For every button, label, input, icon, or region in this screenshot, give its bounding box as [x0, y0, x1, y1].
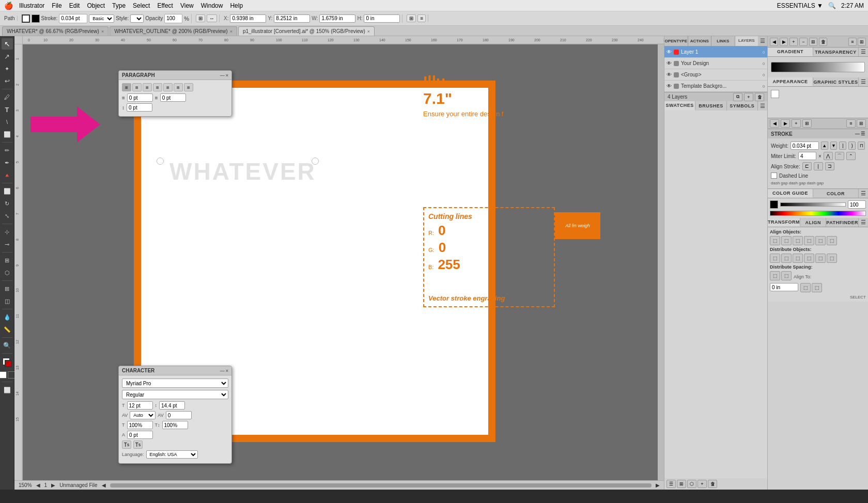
tab-1-close[interactable]: × — [230, 29, 233, 34]
align-outside-btn[interactable]: ⊐ — [825, 162, 834, 170]
dist-bottom-btn[interactable]: ⬚ — [793, 254, 803, 263]
scale-h-input[interactable] — [127, 421, 153, 429]
char-close[interactable]: × — [226, 368, 228, 373]
layer-item-2[interactable]: 👁 <Group> ○ — [664, 69, 767, 81]
tab-1[interactable]: WHATEVER_OUTLINE* @ 200% (RGB/Preview) × — [110, 26, 237, 36]
font-family-select[interactable]: Myriad Pro — [122, 379, 228, 388]
tab-2-close[interactable]: × — [367, 29, 370, 34]
new-layer-btn[interactable]: + — [744, 93, 753, 101]
superscript-btn[interactable]: Ts — [122, 441, 131, 449]
gradient-tab[interactable]: GRADIENT — [768, 48, 813, 56]
pathfinder-tab[interactable]: PATHFINDER — [826, 218, 859, 227]
layer-2-eye[interactable]: 👁 — [667, 72, 672, 77]
align-justify-btn[interactable]: ≡ — [153, 83, 162, 91]
opentype-tab[interactable]: OPENTYPE — [664, 36, 688, 46]
appearance-swatch[interactable] — [771, 90, 779, 98]
stroke-weight-up[interactable]: ▲ — [821, 142, 828, 150]
align-right-btn[interactable]: ≡ — [143, 83, 152, 91]
show-swatch-kinds-btn[interactable]: ⊞ — [677, 480, 686, 488]
stroke-menu-btn[interactable]: ☰ — [861, 131, 865, 136]
align-to-artboard-btn[interactable]: ⬚ — [812, 283, 822, 292]
menu-illustrator[interactable]: Illustrator — [19, 2, 44, 9]
new-swatch-btn[interactable]: + — [698, 480, 707, 488]
align-spacing-input[interactable] — [770, 283, 798, 291]
layer-item-0[interactable]: 👁 Layer 1 ○ — [664, 46, 767, 58]
nav-btn-left[interactable]: ◀ — [36, 482, 40, 488]
essentials-btn[interactable]: ESSENTIALS ▼ — [777, 2, 823, 9]
fr-btn3[interactable]: + — [789, 38, 798, 46]
scroll-right-btn[interactable]: ▶ — [656, 482, 660, 488]
app-right-btn2[interactable]: ⊞ — [857, 119, 866, 128]
pen-tool[interactable]: 🖊 — [2, 91, 13, 103]
h-scroll-thumb[interactable] — [110, 483, 652, 488]
align-to-selection-btn[interactable]: ⬚ — [800, 283, 811, 292]
stroke-color-swatch[interactable] — [22, 14, 30, 23]
search-icon[interactable]: 🔍 — [828, 2, 836, 9]
canvas-content[interactable]: WHATEVER Illu 7.1" Ensure your entire de… — [23, 44, 664, 490]
fill-color-swatch[interactable] — [32, 14, 40, 23]
stroke-value-input[interactable] — [59, 14, 87, 23]
align-h-center-btn[interactable]: ⬚ — [781, 236, 792, 245]
stroke-box[interactable] — [5, 360, 12, 367]
join-miter-btn[interactable]: ⋀ — [824, 152, 833, 160]
layer-0-eye[interactable]: 👁 — [667, 49, 672, 55]
eyedropper-tool[interactable]: 💧 — [2, 311, 13, 323]
y-input[interactable] — [274, 14, 310, 23]
tab-0[interactable]: WHATEVER* @ 66.67% (RGB/Preview) × — [2, 26, 109, 36]
menu-help[interactable]: Help — [230, 2, 243, 9]
transparency-tab[interactable]: TRANSPARENCY — [813, 48, 859, 56]
layer-item-1[interactable]: 👁 Your Design ○ — [664, 58, 767, 69]
paintbrush-tool[interactable]: ✏ — [2, 145, 13, 156]
transform-btn2[interactable]: ↔ — [207, 14, 217, 22]
font-style-select[interactable]: Regular — [122, 390, 228, 399]
tab-2[interactable]: p1_illustrator [Converted].ai* @ 150% (R… — [238, 26, 375, 36]
shape-builder-tool[interactable]: ⊞ — [2, 255, 13, 266]
char-minimize[interactable]: — — [220, 368, 225, 373]
stroke-minimize-btn[interactable]: — — [855, 131, 860, 136]
subscript-btn[interactable]: Ts — [133, 441, 143, 449]
dist-h-center-btn[interactable]: ⬚ — [815, 254, 826, 263]
dist-right-btn[interactable]: ⬚ — [827, 254, 837, 263]
apple-menu[interactable]: 🍎 — [4, 2, 13, 10]
app-btn3[interactable]: + — [792, 119, 801, 128]
tab-0-close[interactable]: × — [101, 29, 104, 34]
dist-v-center-btn[interactable]: ⬚ — [781, 254, 792, 263]
align-v-center-btn[interactable]: ⬚ — [815, 236, 826, 245]
align-inside-btn[interactable]: ⊏ — [802, 162, 812, 170]
swatch-libraries-btn[interactable]: ☰ — [667, 480, 676, 488]
layer-3-eye[interactable]: 👁 — [667, 83, 672, 89]
scale-v-input[interactable] — [162, 421, 188, 429]
blob-brush-tool[interactable]: 🔺 — [2, 169, 13, 181]
stroke-weight-down[interactable]: ▼ — [830, 142, 838, 150]
fill-stroke-widget[interactable] — [2, 357, 13, 368]
graphic-styles-tab[interactable]: GRAPHIC STYLES — [813, 77, 859, 86]
appearance-tab[interactable]: APPEARANCE — [768, 77, 813, 86]
mesh-tool[interactable]: ⊞ — [2, 283, 13, 294]
align-justify-all-btn[interactable]: ≡ — [184, 83, 193, 91]
join-round-btn[interactable]: ⌒ — [835, 152, 844, 160]
screen-mode-btn[interactable]: ⬜ — [2, 384, 13, 396]
app-btn1[interactable]: ◀ — [770, 119, 779, 128]
fr-btn5[interactable]: ⊞ — [809, 38, 817, 46]
color-spectrum[interactable] — [770, 211, 866, 216]
layer-0-lock[interactable]: ○ — [763, 50, 765, 55]
panel-menu-btn[interactable]: ☰ — [758, 36, 767, 46]
gradient-bar[interactable] — [771, 62, 865, 72]
menu-object[interactable]: Object — [87, 2, 105, 9]
menu-view[interactable]: View — [180, 2, 194, 9]
align-left-edge-btn[interactable]: ⬚ — [770, 236, 780, 245]
app-right-btn1[interactable]: ≡ — [846, 119, 856, 128]
eraser-tool[interactable]: ⬜ — [2, 185, 13, 197]
stroke-weight-input[interactable] — [791, 142, 819, 150]
menu-effect[interactable]: Effect — [157, 2, 173, 9]
view-btn2[interactable]: ≡ — [417, 14, 426, 22]
layer-3-lock[interactable]: ○ — [763, 84, 765, 89]
style-select[interactable] — [130, 14, 144, 23]
warp-tool[interactable]: ⊹ — [2, 226, 13, 238]
w-input[interactable] — [319, 14, 355, 23]
gradient-tool[interactable]: ◫ — [2, 295, 13, 307]
opacity-input[interactable] — [164, 14, 182, 23]
menu-select[interactable]: Select — [133, 2, 150, 9]
dist-h-spacing-btn[interactable]: ⬚ — [781, 271, 792, 280]
align-center-btn[interactable]: ≡ — [132, 83, 142, 91]
